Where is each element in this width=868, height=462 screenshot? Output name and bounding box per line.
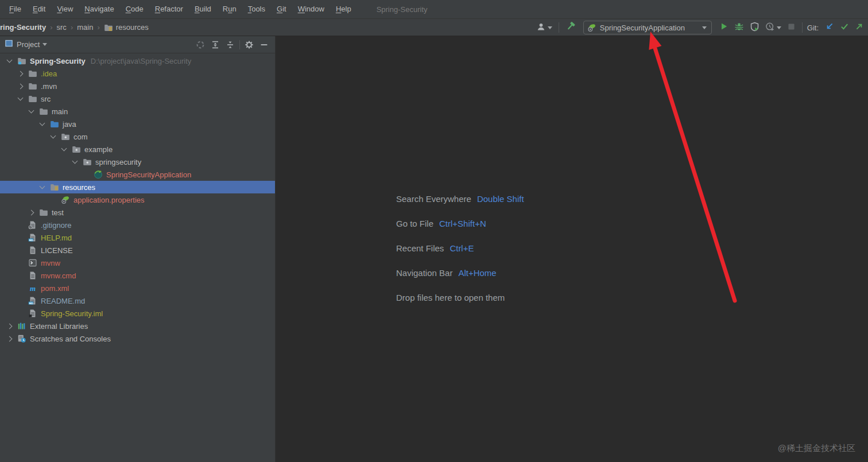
menu-navigate[interactable]: Navigate [79, 0, 119, 18]
menu-help[interactable]: Help [330, 0, 357, 18]
menu-refactor[interactable]: Refactor [149, 0, 189, 18]
tree-item-scratches-and-consoles[interactable]: Scratches and Consoles [0, 332, 275, 345]
tree-chevron-collapsed-icon[interactable] [7, 324, 17, 328]
menu-view[interactable]: View [51, 0, 79, 18]
tree-item-src[interactable]: src [0, 92, 275, 105]
shortcut-keys-link[interactable]: Ctrl+Shift+N [439, 219, 486, 228]
menu-tools[interactable]: Tools [242, 0, 271, 18]
menu-git[interactable]: Git [271, 0, 292, 18]
tree-chevron-expanded-icon[interactable] [29, 110, 39, 112]
run-toolbar: SpringSecurityApplication Git: [533, 19, 868, 36]
tree-item-gitignore[interactable]: .gitignore [0, 219, 275, 231]
breadcrumb-label: src [57, 23, 67, 32]
chevron-down-icon[interactable] [42, 43, 47, 46]
tree-item-label: .gitignore [41, 221, 71, 230]
tree-item-mvnw-cmd[interactable]: mvnw.cmd [0, 269, 275, 282]
tree-item-license[interactable]: LICENSE [0, 244, 275, 257]
chevron-right-icon [7, 336, 13, 341]
tree-chevron-collapsed-icon[interactable] [29, 211, 39, 215]
shortcut-drop-files-here-to-open-them: Drop files here to open them [396, 285, 524, 310]
breadcrumb-separator-icon: › [71, 23, 73, 32]
collapse-all-button[interactable] [223, 38, 238, 52]
breadcrumb-item-src[interactable]: src [57, 23, 67, 32]
expand-all-button[interactable] [208, 38, 223, 52]
tree-chevron-expanded-icon[interactable] [7, 60, 17, 62]
tree-chevron-expanded-icon[interactable] [51, 135, 61, 138]
profiler-clock-icon [765, 22, 775, 34]
tree-item-application-properties[interactable]: application.properties [0, 193, 275, 206]
run-configuration-select[interactable]: SpringSecurityApplication [583, 21, 712, 34]
toolbar-divider [559, 22, 559, 33]
tree-item-resources[interactable]: resources [0, 181, 275, 193]
chevron-down-icon [777, 26, 781, 29]
git-commit-button[interactable] [837, 20, 852, 35]
breadcrumb-item-main[interactable]: main [77, 23, 93, 32]
run-button[interactable] [716, 20, 731, 35]
shortcut-keys-link[interactable]: Alt+Home [458, 268, 496, 278]
menu-file[interactable]: File [3, 0, 27, 18]
tree-item-label: example [84, 145, 113, 154]
menu-code[interactable]: Code [120, 0, 149, 18]
select-opened-file-button[interactable] [193, 38, 208, 52]
tree-item-test[interactable]: test [0, 206, 275, 219]
breadcrumb-item-ring-security[interactable]: ring-Security [0, 23, 46, 32]
checkmark-icon [840, 22, 849, 33]
shortcut-label: Go to File [396, 219, 433, 228]
menu-build[interactable]: Build [189, 0, 217, 18]
debug-button[interactable] [731, 20, 747, 35]
tree-item-label: README.md [41, 297, 85, 305]
tree-chevron-expanded-icon[interactable] [18, 98, 28, 100]
profiler-button[interactable] [762, 20, 784, 35]
user-profile-button[interactable] [533, 20, 555, 35]
tree-item-label: .idea [41, 69, 57, 78]
tree-chevron-collapsed-icon[interactable] [7, 337, 17, 341]
tree-item-mvnw[interactable]: mvnw [0, 257, 275, 269]
menu-items: FileEditViewNavigateCodeRefactorBuildRun… [3, 0, 357, 18]
tree-item-springsecurity[interactable]: springsecurity [0, 156, 275, 168]
breadcrumb-item-resources[interactable]: resources [104, 23, 149, 32]
menu-window[interactable]: Window [292, 0, 330, 18]
navigation-toolbar: ring-Security›src›main›resources SpringS… [0, 19, 868, 36]
shortcut-recent-files: Recent FilesCtrl+E [396, 236, 524, 261]
shortcut-label: Navigation Bar [396, 268, 452, 278]
tree-item-example[interactable]: example [0, 143, 275, 156]
build-project-button[interactable] [563, 20, 579, 35]
tree-item-label: SpringSecurityApplication [106, 170, 191, 179]
window-title: Spring-Security [377, 5, 428, 14]
tree-chevron-expanded-icon[interactable] [40, 186, 50, 188]
tree-item-spring-security[interactable]: Spring-SecurityD:\project\java\Spring-Se… [0, 55, 275, 67]
tree-item-idea[interactable]: .idea [0, 67, 275, 80]
tree-item-spring-security-iml[interactable]: Spring-Security.iml [0, 307, 275, 320]
tree-chevron-expanded-icon[interactable] [61, 148, 72, 150]
tree-chevron-expanded-icon[interactable] [72, 161, 83, 163]
tree-item-java[interactable]: java [0, 118, 275, 130]
menu-run[interactable]: Run [217, 0, 242, 18]
hide-panel-button[interactable] [257, 38, 272, 52]
tree-item-readme-md[interactable]: MDREADME.md [0, 294, 275, 307]
tree-chevron-collapsed-icon[interactable] [18, 72, 28, 76]
shortcut-keys-link[interactable]: Ctrl+E [450, 243, 474, 253]
spring-config-icon [61, 195, 70, 204]
run-with-coverage-button[interactable] [747, 20, 762, 35]
hammer-icon [565, 21, 576, 34]
tree-item-com[interactable]: com [0, 130, 275, 143]
tree-item-mvn[interactable]: .mvn [0, 80, 275, 92]
tree-item-springsecurityapplication[interactable]: SpringSecurityApplication [0, 168, 275, 181]
menu-edit[interactable]: Edit [27, 0, 51, 18]
tree-item-help-md[interactable]: MDHELP.md [0, 231, 275, 244]
shortcut-keys-link[interactable]: Double Shift [477, 194, 524, 204]
chevron-down-icon [7, 57, 13, 63]
panel-settings-button[interactable] [242, 38, 257, 52]
git-push-button[interactable] [852, 20, 867, 35]
spring-boot-class-icon [94, 170, 103, 179]
run-configuration-name: SpringSecurityApplication [600, 24, 697, 32]
tree-item-pom-xml[interactable]: mpom.xml [0, 282, 275, 294]
tree-chevron-collapsed-icon[interactable] [18, 84, 28, 88]
tree-item-main[interactable]: main [0, 105, 275, 118]
tree-item-label: mvnw [41, 259, 60, 267]
tree-chevron-expanded-icon[interactable] [40, 123, 50, 125]
tree-item-external-libraries[interactable]: External Libraries [0, 320, 275, 332]
svg-text:m: m [30, 284, 36, 293]
git-update-button[interactable] [822, 20, 837, 35]
chevron-down-icon [40, 184, 45, 189]
